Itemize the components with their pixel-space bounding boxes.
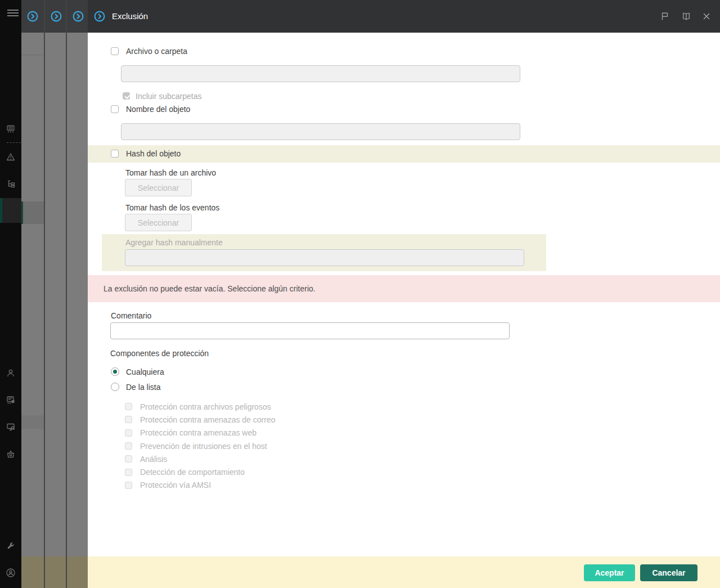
circle-chevron-icon: [50, 10, 62, 23]
archivo-carpeta-checkbox[interactable]: [111, 47, 119, 55]
error-message: La exclusión no puede estar vacía. Selec…: [104, 284, 316, 293]
circle-chevron-icon: [26, 10, 39, 23]
cancel-button[interactable]: Cancelar: [640, 564, 698, 581]
nav-rail: [0, 0, 21, 588]
tomar-hash-archivo-label: Tomar hash de un archivo: [125, 168, 216, 177]
list-item: Detección de comportamiento: [125, 465, 275, 478]
accept-button[interactable]: Aceptar: [584, 564, 635, 581]
component-label: Protección contra amenazas de correo: [140, 415, 275, 424]
wrench-icon[interactable]: [6, 541, 16, 551]
circle-chevron-icon: [93, 10, 106, 23]
component-checkbox: [125, 442, 132, 450]
incluir-subcarpetas-checkbox: [123, 92, 130, 100]
component-checkbox: [125, 429, 132, 437]
component-checkbox: [125, 469, 132, 476]
seleccionar-archivo-button: Seleccionar: [125, 179, 192, 196]
component-label: Análisis: [140, 455, 167, 464]
user-icon[interactable]: [6, 368, 16, 378]
comentario-label: Comentario: [111, 311, 151, 320]
radio-cualquiera-label: Cualquiera: [126, 367, 164, 376]
warning-icon[interactable]: [6, 152, 16, 162]
page-title: Exclusión: [112, 11, 148, 21]
agregar-hash-label: Agregar hash manualmente: [125, 238, 223, 247]
stacked-panel-3-footer: [67, 556, 88, 588]
comentario-input[interactable]: [110, 322, 510, 339]
basket-icon[interactable]: [6, 449, 16, 459]
component-checkbox: [125, 455, 132, 463]
hash-objeto-highlight: [88, 145, 720, 163]
circle-chevron-icon: [72, 10, 84, 23]
document-gear-icon[interactable]: [6, 395, 16, 405]
component-label: Detección de comportamiento: [140, 468, 245, 477]
agregar-hash-input: [125, 249, 524, 266]
stacked-panel-3[interactable]: [66, 0, 88, 588]
archivo-carpeta-input: [121, 65, 520, 82]
user-circle-icon[interactable]: [6, 568, 16, 578]
console-list-icon[interactable]: [6, 124, 16, 134]
list-item: Análisis: [125, 452, 275, 465]
radio-cualquiera[interactable]: [111, 367, 119, 376]
nombre-objeto-checkbox[interactable]: [111, 105, 119, 113]
error-banner: La exclusión no puede estar vacía. Selec…: [88, 275, 720, 302]
stacked-panel-1[interactable]: [21, 0, 44, 588]
component-label: Protección vía AMSI: [140, 481, 211, 490]
stacked-panel-2[interactable]: [44, 0, 66, 588]
list-item: Protección contra archivos peligrosos: [125, 400, 275, 413]
rail-item-selected[interactable]: [0, 198, 21, 223]
list-item: Protección contra amenazas web: [125, 427, 275, 439]
component-checkbox: [125, 403, 132, 410]
component-label: Protección contra amenazas web: [140, 428, 256, 437]
component-checkbox: [125, 416, 132, 423]
monitor-search-icon[interactable]: [6, 422, 16, 432]
list-item: Protección contra amenazas de correo: [125, 413, 275, 426]
menu-icon[interactable]: [7, 8, 19, 17]
archivo-carpeta-label: Archivo o carpeta: [126, 47, 187, 56]
flag-icon[interactable]: [660, 11, 670, 21]
hash-objeto-label: Hash del objeto: [126, 149, 181, 158]
stacked-panel-3-header: [67, 0, 88, 33]
stacked-panel-2-footer: [45, 556, 66, 588]
seleccionar-eventos-button: Seleccionar: [125, 214, 192, 231]
radio-de-la-lista-label: De la lista: [126, 383, 160, 392]
component-label: Prevención de intrusiones en el host: [140, 442, 267, 451]
scrimmed-selected-row: [21, 201, 44, 224]
stacked-panel-2-header: [45, 0, 66, 33]
divider: [21, 55, 44, 55]
nombre-objeto-label: Nombre del objeto: [126, 105, 190, 114]
nombre-objeto-input: [121, 123, 520, 140]
component-checkbox: [125, 482, 132, 489]
radio-de-la-lista[interactable]: [111, 383, 119, 391]
help-book-icon[interactable]: [681, 11, 691, 21]
hierarchy-icon[interactable]: [6, 179, 16, 189]
stacked-panel-1-footer: [21, 556, 44, 588]
list-item: Protección vía AMSI: [125, 479, 275, 492]
component-label: Protección contra archivos peligrosos: [140, 402, 271, 411]
componentes-label: Componentes de protección: [110, 349, 209, 358]
scrimmed-row: [21, 415, 44, 429]
exclusion-dialog: Exclusión Archivo o carpeta Incluir subc…: [0, 0, 720, 588]
incluir-subcarpetas-label: Incluir subcarpetas: [136, 92, 202, 101]
tomar-hash-eventos-label: Tomar hash de los eventos: [125, 203, 219, 212]
hash-objeto-checkbox[interactable]: [111, 150, 119, 158]
list-item: Prevención de intrusiones en el host: [125, 439, 275, 452]
panel-header: Exclusión: [88, 0, 720, 33]
protection-components-list: Protección contra archivos peligrosos Pr…: [125, 400, 275, 492]
rail-separator: [7, 142, 21, 143]
stacked-panel-1-header: [21, 0, 44, 33]
close-icon[interactable]: [701, 11, 712, 21]
